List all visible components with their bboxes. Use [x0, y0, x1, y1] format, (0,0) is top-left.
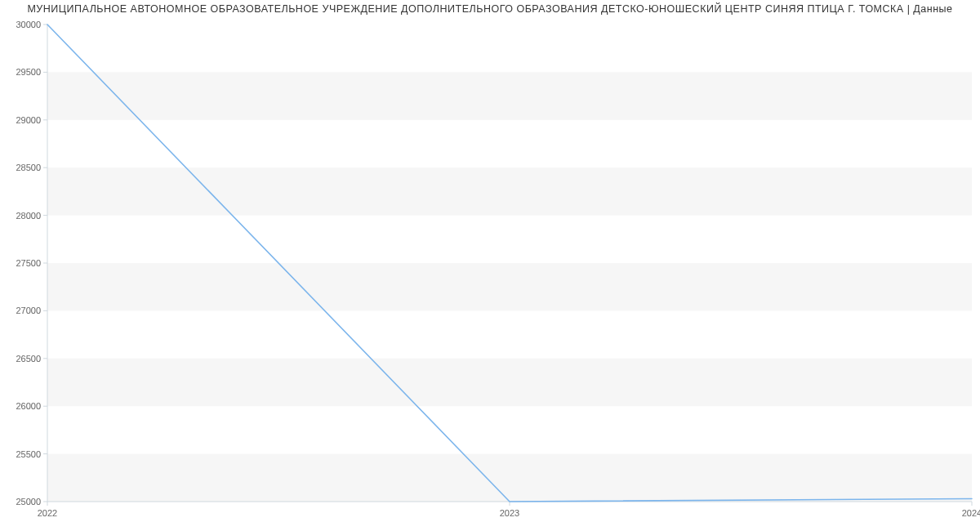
- y-tick-label: 26000: [16, 401, 41, 411]
- y-tick-label: 30000: [16, 20, 41, 29]
- y-tick-label: 26500: [16, 354, 41, 364]
- line-chart: 2500025500260002650027000275002800028500…: [0, 18, 980, 524]
- y-tick-label: 28000: [16, 211, 41, 221]
- x-tick-label: 2024: [962, 508, 980, 518]
- y-tick-label: 27000: [16, 306, 41, 315]
- x-tick-label: 2023: [500, 508, 519, 518]
- grid-band: [47, 454, 972, 502]
- y-tick-label: 27500: [16, 258, 41, 268]
- y-tick-label: 25000: [16, 497, 41, 506]
- chart-title: МУНИЦИПАЛЬНОЕ АВТОНОМНОЕ ОБРАЗОВАТЕЛЬНОЕ…: [0, 0, 980, 15]
- y-tick-label: 28500: [16, 163, 41, 172]
- y-tick-label: 29000: [16, 115, 41, 125]
- grid-band: [47, 359, 972, 406]
- chart-area: 2500025500260002650027000275002800028500…: [0, 18, 980, 524]
- x-tick-label: 2022: [38, 508, 57, 518]
- grid-band: [47, 167, 972, 215]
- grid-band: [47, 263, 972, 310]
- y-tick-label: 29500: [16, 67, 41, 77]
- y-tick-label: 25500: [16, 449, 41, 459]
- grid-band: [47, 72, 972, 119]
